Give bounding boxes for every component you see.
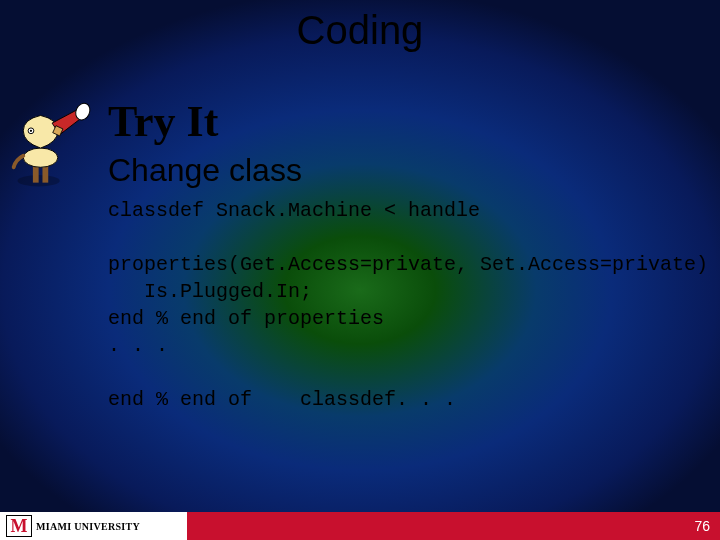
university-logo: M MIAMI UNIVERSITY (6, 515, 176, 537)
code-line: . . . (108, 334, 168, 357)
try-it-heading: Try It (108, 96, 218, 147)
code-line: end % end of classdef. . . (108, 388, 456, 411)
slide-title: Coding (0, 8, 720, 53)
svg-point-3 (23, 148, 58, 167)
university-name: MIAMI UNIVERSITY (36, 522, 140, 531)
slide: Coding Try It Change class classdef Snac… (0, 0, 720, 540)
footer-bar: M MIAMI UNIVERSITY 76 (0, 512, 720, 540)
code-line: classdef Snack.Machine < handle (108, 199, 480, 222)
svg-point-7 (30, 130, 32, 132)
page-number: 76 (694, 518, 710, 534)
code-block: classdef Snack.Machine < handle properti… (108, 197, 708, 413)
logo-letter: M (6, 515, 32, 537)
code-line: properties(Get.Access=private, Set.Acces… (108, 253, 708, 276)
code-line: end % end of properties (108, 307, 384, 330)
subtitle: Change class (108, 152, 302, 189)
code-line: Is.Plugged.In; (108, 280, 312, 303)
megaphone-icon (6, 102, 102, 198)
university-name-top: MIAMI UNIVERSITY (36, 522, 140, 531)
